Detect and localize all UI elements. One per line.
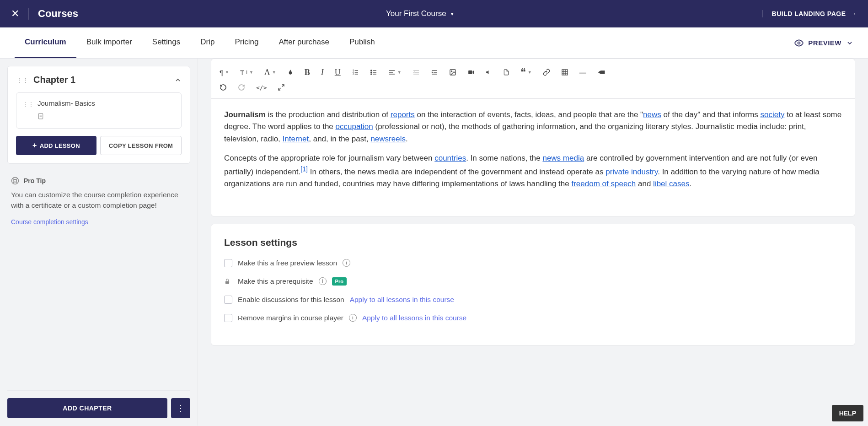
drag-handle-icon[interactable]: ⋮⋮	[16, 76, 29, 84]
discussions-checkbox[interactable]	[224, 296, 232, 304]
unordered-list-button[interactable]	[370, 69, 377, 76]
copy-lesson-button[interactable]: COPY LESSON FROM	[100, 136, 182, 155]
tab-settings[interactable]: Settings	[142, 27, 190, 58]
svg-rect-43	[225, 281, 229, 284]
paragraph-format-button[interactable]: ¶ ▼	[220, 69, 229, 76]
align-button[interactable]: ▼	[388, 69, 402, 76]
link-freedom-of-speech[interactable]: freedom of speech	[571, 179, 636, 188]
link-news-media[interactable]: news media	[542, 154, 584, 162]
lesson-item[interactable]: ⋮⋮ Journalism- Basics	[16, 92, 182, 129]
svg-line-41	[282, 85, 284, 87]
code-view-button[interactable]: </>	[256, 84, 267, 91]
citation-1[interactable]: [1]	[300, 165, 308, 173]
svg-point-5	[14, 179, 16, 182]
font-size-button[interactable]: TI ▼	[240, 69, 253, 76]
svg-point-19	[370, 70, 371, 71]
tab-publish[interactable]: Publish	[339, 27, 385, 58]
text-bold: Journalism	[224, 110, 266, 119]
quote-button[interactable]: ❝ ▼	[520, 66, 532, 78]
table-button[interactable]	[561, 69, 568, 76]
close-icon[interactable]: ✕	[11, 8, 29, 20]
tab-curriculum[interactable]: Curriculum	[15, 27, 76, 58]
course-name-dropdown[interactable]: Your First Course ▼	[78, 9, 762, 18]
drag-handle-icon[interactable]: ⋮⋮	[23, 101, 34, 108]
font-family-button[interactable]: A ▼	[264, 68, 276, 77]
info-icon[interactable]: i	[349, 314, 357, 322]
link-internet[interactable]: Internet	[283, 135, 309, 143]
lesson-title: Journalism- Basics	[38, 99, 175, 107]
fullscreen-button[interactable]	[278, 84, 285, 91]
lesson-settings-card: Lesson settings Make this a free preview…	[211, 224, 855, 345]
audio-button[interactable]	[486, 69, 492, 75]
chapter-card: ⋮⋮ Chapter 1 ⋮⋮ Journalism- Basics +	[7, 66, 190, 164]
caret-down-icon: ▼	[450, 11, 455, 16]
redo-button[interactable]	[238, 84, 245, 91]
link-button[interactable]	[543, 69, 550, 76]
underline-button[interactable]: U	[335, 68, 341, 77]
svg-rect-33	[468, 70, 472, 74]
tab-after-purchase[interactable]: After purchase	[268, 27, 339, 58]
link-reports[interactable]: reports	[391, 110, 415, 119]
link-countries[interactable]: countries	[434, 154, 466, 162]
indent-button[interactable]	[431, 69, 438, 76]
build-landing-page-button[interactable]: BUILD LANDING PAGE →	[762, 10, 857, 17]
prerequisite-label: Make this a prerequisite	[238, 277, 313, 286]
tab-bulk-importer[interactable]: Bulk importer	[76, 27, 142, 58]
svg-line-8	[16, 178, 17, 180]
add-lesson-button[interactable]: + ADD LESSON	[16, 136, 96, 155]
preview-button[interactable]: PREVIEW	[794, 38, 853, 48]
add-chapter-button[interactable]: ADD CHAPTER	[7, 398, 167, 418]
clear-format-button[interactable]	[597, 70, 605, 75]
info-icon[interactable]: i	[319, 277, 327, 285]
editor-toolbar: ¶ ▼ TI ▼ A ▼ B I U 123	[211, 59, 855, 99]
svg-marker-34	[472, 70, 474, 74]
apply-all-margins-link[interactable]: Apply to all lessons in this course	[362, 314, 466, 322]
video-button[interactable]	[467, 69, 475, 75]
more-options-button[interactable]: ⋮	[171, 398, 190, 418]
link-news[interactable]: news	[643, 110, 661, 119]
help-button[interactable]: HELP	[832, 405, 863, 421]
eye-icon	[794, 38, 804, 48]
editor-content[interactable]: Journalism is the production and distrib…	[211, 99, 855, 216]
undo-button[interactable]	[220, 84, 227, 91]
bold-button[interactable]: B	[305, 68, 310, 77]
tab-pricing[interactable]: Pricing	[225, 27, 268, 58]
link-society[interactable]: society	[761, 110, 785, 119]
chapter-header[interactable]: ⋮⋮ Chapter 1	[16, 75, 182, 85]
text-lesson-icon	[38, 113, 44, 120]
svg-point-21	[370, 74, 371, 75]
image-button[interactable]	[449, 69, 456, 76]
outdent-button[interactable]	[413, 69, 420, 76]
pro-tip: Pro Tip You can customize the course com…	[7, 177, 190, 226]
svg-text:3: 3	[353, 73, 354, 75]
tab-drip[interactable]: Drip	[190, 27, 225, 58]
course-completion-settings-link[interactable]: Course completion settings	[11, 218, 88, 226]
svg-line-42	[279, 88, 281, 90]
ordered-list-button[interactable]: 123	[352, 69, 359, 76]
link-libel-cases[interactable]: libel cases	[653, 179, 689, 188]
hr-button[interactable]: —	[579, 69, 586, 76]
italic-button[interactable]: I	[321, 68, 324, 77]
remove-margins-checkbox[interactable]	[224, 314, 232, 322]
link-newsreels[interactable]: newsreels	[370, 135, 406, 143]
free-preview-checkbox[interactable]	[224, 259, 232, 267]
svg-line-6	[13, 178, 14, 180]
svg-point-0	[798, 42, 800, 44]
chapter-title: Chapter 1	[33, 75, 174, 85]
arrow-right-icon: →	[851, 10, 857, 17]
pro-tip-text: You can customize the course completion …	[11, 189, 187, 211]
course-name: Your First Course	[386, 9, 446, 18]
text-color-button[interactable]	[287, 69, 294, 76]
svg-marker-35	[486, 70, 488, 74]
svg-point-32	[451, 71, 452, 72]
link-occupation[interactable]: occupation	[336, 122, 373, 131]
svg-line-7	[16, 182, 17, 183]
apply-all-discussions-link[interactable]: Apply to all lessons in this course	[350, 296, 454, 304]
plus-icon: +	[32, 141, 37, 150]
chevron-up-icon[interactable]	[174, 76, 182, 84]
info-icon[interactable]: i	[343, 259, 350, 267]
svg-line-9	[13, 182, 14, 183]
file-button[interactable]	[503, 69, 509, 76]
pro-badge: Pro	[332, 277, 347, 286]
link-private-industry[interactable]: private industry	[605, 167, 658, 176]
